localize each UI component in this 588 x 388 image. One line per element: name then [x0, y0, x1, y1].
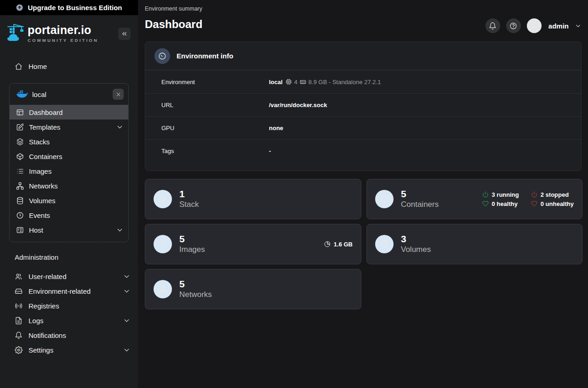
sidebar-item-user-related[interactable]: User-related — [0, 269, 138, 284]
sidebar-item-dashboard[interactable]: Dashboard — [10, 105, 128, 120]
tags-value: - — [269, 148, 271, 154]
user-menu-chevron[interactable] — [575, 23, 582, 29]
gear-icon — [15, 346, 23, 354]
volumes-count: 3 — [401, 234, 431, 245]
sidebar-item-environment-related[interactable]: Environment-related — [0, 284, 138, 298]
logo-row: portainer.io COMMUNITY EDITION — [0, 19, 138, 48]
sidebar-item-containers[interactable]: Containers — [10, 149, 128, 164]
stopped-stat: 2 stopped — [531, 191, 574, 198]
tags-row: Tags - — [145, 139, 581, 162]
sidebar-item-label: Home — [29, 63, 47, 70]
sidebar-item-images[interactable]: Images — [10, 164, 128, 178]
box-icon — [16, 153, 24, 160]
radio-icon — [15, 302, 23, 310]
environment-cpu-count: 4 — [294, 79, 297, 86]
layers-icon — [16, 138, 24, 146]
sidebar-item-label: Notifications — [29, 331, 66, 339]
environment-box: local Dashboard Templates Stacks Cont — [9, 83, 129, 242]
environment-value-name: local — [269, 79, 283, 86]
sidebar-item-networks[interactable]: Networks — [10, 178, 128, 193]
environment-row: Environment local 4 8.9 GB - Standalone … — [145, 70, 581, 93]
sidebar-collapse-button[interactable] — [118, 28, 131, 40]
power-icon — [531, 191, 537, 198]
url-value: /var/run/docker.sock — [269, 102, 327, 108]
sidebar-item-label: Volumes — [29, 197, 56, 205]
portainer-logo[interactable] — [6, 23, 25, 44]
network-icon — [154, 280, 172, 298]
images-card[interactable]: 5 Images 1.6 GB — [145, 224, 361, 264]
gpu-value: none — [269, 125, 283, 131]
url-row: URL /var/run/docker.sock — [145, 93, 581, 116]
dashboard-cards: 1 Stack 5 Containers 3 running — [145, 179, 582, 309]
sidebar-item-label: Environment-related — [29, 287, 91, 295]
dashboard-icon — [16, 108, 24, 116]
list-icon — [16, 167, 24, 175]
help-button[interactable] — [506, 18, 521, 33]
sidebar-item-label: Containers — [29, 153, 63, 160]
logo-title: portainer.io — [28, 24, 118, 36]
containers-label: Containers — [401, 200, 439, 209]
sidebar-item-label: Host — [29, 226, 43, 234]
upgrade-banner[interactable]: Upgrade to Business Edition — [0, 0, 138, 15]
heart-icon — [531, 200, 537, 207]
sidebar-item-logs[interactable]: Logs — [0, 313, 138, 328]
network-icon — [16, 182, 24, 190]
list-icon — [154, 235, 172, 253]
notifications-button[interactable] — [485, 18, 500, 33]
environment-info-title: Environment info — [177, 52, 233, 60]
environment-info-rows: Environment local 4 8.9 GB - Standalone … — [145, 70, 581, 171]
containers-card[interactable]: 5 Containers 3 running 2 stopped 0 healt… — [366, 179, 582, 219]
stacks-label: Stack — [179, 200, 199, 209]
running-stat: 3 running — [482, 191, 519, 198]
sidebar-item-label: User-related — [29, 273, 67, 280]
main-content: Environment summary Dashboard admin E — [138, 0, 588, 388]
breadcrumb: Environment summary — [145, 6, 582, 12]
environment-memory-info: 8.9 GB - Standalone 27.2.1 — [308, 79, 381, 86]
chevron-down-icon — [116, 123, 124, 131]
sidebar-item-host[interactable]: Host — [10, 223, 128, 237]
close-icon — [115, 91, 121, 97]
row-label: Environment — [161, 79, 269, 86]
user-icon — [530, 22, 538, 30]
edit-icon — [16, 123, 24, 131]
sidebar-item-settings[interactable]: Settings — [0, 342, 138, 357]
sidebar-item-events[interactable]: Events — [10, 208, 128, 223]
sidebar-item-label: Dashboard — [29, 108, 63, 116]
row-label: Tags — [161, 148, 269, 154]
user-menu-label[interactable]: admin — [548, 22, 569, 30]
environment-header[interactable]: local — [10, 84, 128, 105]
chevron-down-icon — [123, 273, 131, 280]
user-avatar[interactable] — [527, 18, 542, 33]
networks-card[interactable]: 5 Networks — [145, 269, 361, 309]
environment-info-panel: Environment info Environment local 4 8.9… — [145, 41, 582, 171]
container-stats: 3 running 2 stopped 0 healthy 0 unhealth… — [482, 191, 574, 207]
sidebar-item-label: Events — [29, 211, 50, 219]
volumes-card[interactable]: 3 Volumes — [366, 224, 582, 264]
environment-close-button[interactable] — [113, 89, 124, 100]
sidebar-item-notifications[interactable]: Notifications — [0, 328, 138, 342]
sidebar-item-registries[interactable]: Registries — [0, 298, 138, 313]
sidebar-item-templates[interactable]: Templates — [10, 120, 128, 134]
chevron-down-icon — [123, 317, 131, 325]
sidebar-item-label: Networks — [29, 182, 58, 190]
users-icon — [15, 273, 23, 280]
stacks-card[interactable]: 1 Stack — [145, 179, 361, 219]
unhealthy-stat: 0 unhealthy — [531, 200, 574, 207]
header-actions: admin — [485, 18, 582, 33]
images-label: Images — [179, 245, 205, 254]
file-text-icon — [15, 317, 23, 325]
sidebar-item-stacks[interactable]: Stacks — [10, 134, 128, 149]
containers-count: 5 — [401, 188, 439, 200]
chevron-down-icon — [123, 287, 131, 295]
upgrade-banner-label: Upgrade to Business Edition — [28, 4, 122, 11]
volumes-label: Volumes — [401, 245, 431, 254]
environment-name: local — [32, 91, 113, 98]
sidebar-item-home[interactable]: Home — [0, 58, 138, 74]
sidebar-item-volumes[interactable]: Volumes — [10, 193, 128, 208]
database-icon — [16, 197, 24, 205]
portainer-app: Upgrade to Business Edition portainer.io… — [0, 0, 588, 388]
chevron-down-icon — [116, 226, 124, 234]
bell-icon — [15, 331, 23, 339]
power-icon — [482, 191, 489, 198]
sidebar-item-label: Logs — [29, 317, 44, 325]
